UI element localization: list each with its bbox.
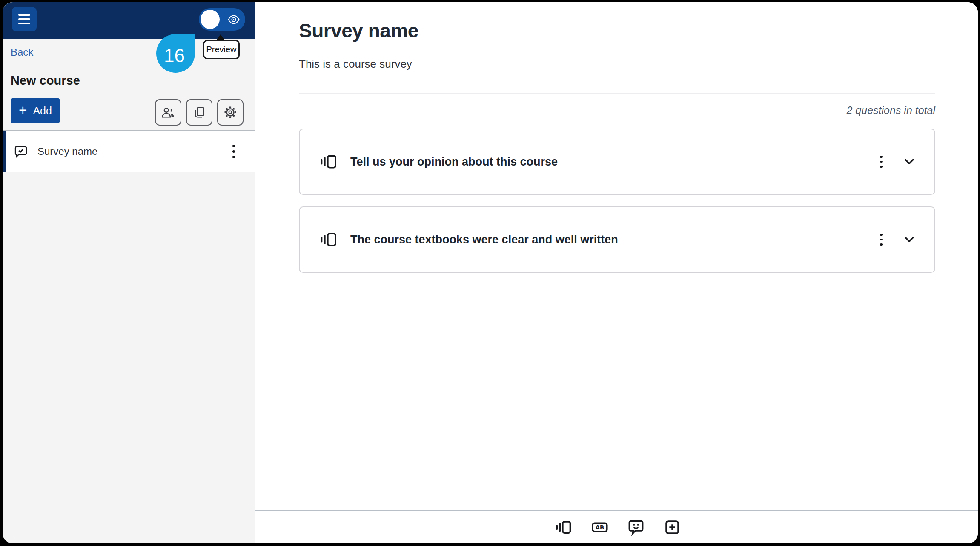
expand-question-button[interactable] [900,230,919,249]
more-options-button[interactable] [229,141,238,162]
course-title: New course [11,74,80,88]
duplicate-icon [192,106,206,119]
sidebar-header [3,2,255,39]
rating-question-icon [319,230,338,249]
back-link[interactable]: Back [11,46,33,58]
question-card[interactable]: The course textbooks were clear and well… [299,206,935,273]
step-cursor-badge: 16 [156,34,195,73]
survey-icon [14,144,28,159]
question-card[interactable]: Tell us your opinion about this course [299,129,935,195]
questions-total: 2 questions in total [299,104,935,117]
page-title: Survey name [299,19,418,42]
more-options-icon [880,156,883,158]
tooltip-label: Preview [206,45,236,54]
question-more-options-button[interactable] [872,152,891,171]
sidebar: Back New course + Add [3,2,255,543]
add-button[interactable]: + Add [11,98,60,123]
toggle-knob[interactable] [201,10,220,29]
sidebar-item-survey[interactable]: Survey name [3,130,255,172]
more-options-icon [232,145,235,147]
menu-button[interactable] [12,7,37,31]
question-more-options-button[interactable] [872,230,891,249]
participants-button[interactable] [155,99,181,126]
preview-toggle[interactable] [199,8,245,31]
chevron-down-icon [902,154,917,169]
step-number: 16 [164,45,185,66]
question-title: The course textbooks were clear and well… [350,233,618,246]
settings-icon [224,106,237,119]
add-button-label: Add [33,105,52,117]
question-type-toolbar: AB [255,511,978,543]
rating-question-icon [555,518,573,536]
more-options-icon [880,234,883,236]
add-rating-question-button[interactable] [554,518,573,537]
participants-icon [161,105,175,120]
add-question-button[interactable] [663,518,682,537]
rating-question-icon [319,152,338,171]
feedback-question-icon [627,518,645,536]
preview-tooltip: Preview [203,40,240,59]
survey-editor: Survey name This is a course survey 2 qu… [255,2,978,543]
add-question-icon [663,518,681,536]
selected-indicator [3,131,6,172]
add-feedback-question-button[interactable] [627,518,645,537]
add-multiple-choice-button[interactable]: AB [590,518,609,537]
header-divider [299,93,935,94]
question-title: Tell us your opinion about this course [350,155,558,169]
sidebar-item-label: Survey name [37,146,97,157]
duplicate-button[interactable] [186,99,212,126]
multiple-choice-icon: AB [591,518,609,536]
svg-text:AB: AB [596,524,604,531]
plus-icon: + [19,103,27,117]
expand-question-button[interactable] [900,152,919,171]
survey-description: This is a course survey [299,57,412,71]
app-window: Back New course + Add [3,2,978,543]
menu-icon [18,14,30,16]
chevron-down-icon [902,232,917,247]
preview-eye-icon [227,13,240,26]
settings-button[interactable] [217,99,244,126]
